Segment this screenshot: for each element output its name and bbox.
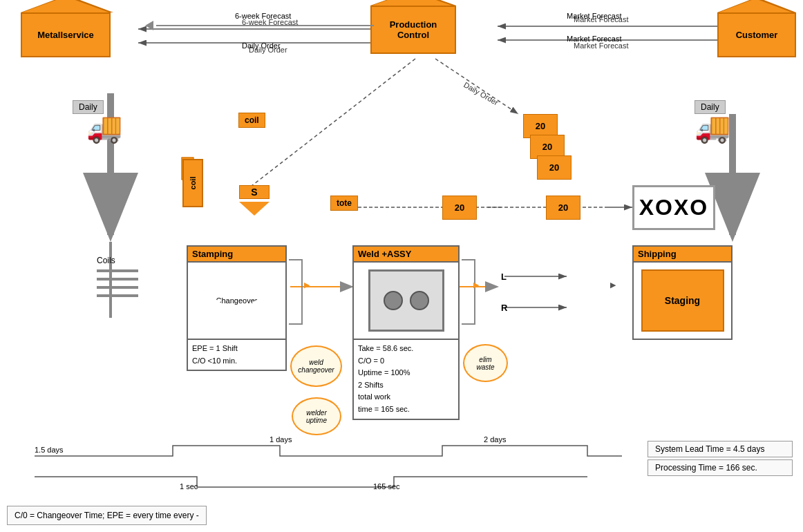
stamping-bracket [289, 259, 303, 325]
coils-label: Coils [97, 256, 115, 265]
kaizen-elim-waste-text: elim waste [476, 356, 494, 371]
changeover-text: Changeover [216, 296, 258, 305]
tote-text: tote [337, 198, 352, 208]
order-stack-area: 20 20 20 [523, 114, 558, 187]
changeover-burst: Changeover [202, 266, 272, 335]
kaizen-weld-changeover-text: weld changeover [298, 359, 334, 374]
inv20-right: 20 [546, 196, 580, 220]
weld-circle-2 [410, 291, 429, 310]
timeline-sec-2: 165 sec [373, 482, 400, 491]
inv20-mid-text: 20 [455, 202, 464, 213]
production-control-text: Production Control [390, 19, 437, 40]
daily-order-right-label: Daily Order [462, 80, 500, 106]
weld-machine [368, 269, 444, 332]
production-control-label: Production Control [370, 6, 456, 54]
staging-text: Staging [665, 295, 700, 306]
footnote-box: C/0 = Changeover Time; EPE = every time … [7, 506, 207, 525]
timeline-days-2: 1 days [270, 435, 292, 444]
tl-sec2-text: 165 sec [373, 482, 400, 491]
kaizen-welder-uptime: welder uptime [292, 397, 341, 435]
daily-order-left-arrow-label: Daily Order [242, 41, 281, 50]
shipping-process: Shipping Staging [632, 245, 733, 340]
stamping-header-text: Stamping [192, 249, 233, 259]
right-daily-label: Daily [695, 100, 726, 114]
coils-stack [97, 269, 138, 297]
weld-total: total work time = 165 sec. [358, 391, 454, 415]
push-arrow-label-3: ▶ [610, 281, 616, 289]
stamping-info: EPE = 1 Shift C/O <10 min. [188, 339, 285, 370]
metallservice-label: Metallservice [21, 12, 111, 57]
customer-factory: Customer [717, 12, 796, 57]
weld-header-text: Weld +ASSY [358, 249, 411, 259]
weld-circle-1 [384, 291, 403, 310]
customer-text: Customer [736, 30, 778, 40]
forecast-arrow-label: 6-week Forecast [235, 12, 291, 20]
processing-time-box: Processing Time = 166 sec. [648, 459, 793, 476]
coil-push-label: coil [238, 113, 265, 128]
xoxo-box: XOXO [632, 185, 715, 230]
staging-box: Staging [641, 269, 724, 332]
coil-push-text: coil [245, 115, 259, 125]
processing-time-text: Processing Time = 166 sec. [655, 463, 757, 473]
order-stack-1-text: 20 [536, 121, 545, 131]
stamping-header: Stamping [188, 247, 285, 263]
timeline-days-1: 1.5 days [35, 446, 64, 454]
kaizen-weld-changeover: weld changeover [290, 345, 342, 387]
weld-body [354, 263, 458, 339]
weld-info: Take = 58.6 sec. C/O = 0 Uptime = 100% 2… [354, 339, 458, 419]
customer-label: Customer [717, 12, 796, 57]
l-text: L [501, 272, 507, 282]
timeline-sec-1: 1 sec [180, 482, 198, 491]
r-text: R [501, 303, 507, 313]
system-lead-time-box: System Lead Time = 4.5 days [648, 441, 793, 457]
metallservice-factory: Metallservice [21, 12, 111, 57]
market-forecast-1-display: Market Forecast [567, 12, 621, 20]
system-lead-text: System Lead Time = 4.5 days [655, 444, 764, 454]
left-truck-area: Daily 🚚 [73, 100, 122, 144]
tl-sec1-text: 1 sec [180, 482, 198, 491]
tl-days1-text: 1.5 days [35, 446, 64, 454]
push-arrow-label-1: ▶ [304, 281, 310, 289]
push-triangle [239, 202, 270, 216]
kaizen-elim-waste: elim waste [463, 344, 508, 382]
metallservice-text: Metallservice [37, 30, 94, 40]
left-daily-label: Daily [73, 100, 104, 114]
kaizen-welder-uptime-text: welder uptime [306, 409, 327, 424]
inv20-right-text: 20 [558, 202, 568, 213]
coil-stack-text: coil [189, 177, 197, 190]
right-truck-icon: 🚚 [695, 111, 730, 144]
diagram: 6-week Forecast Daily Order Market Forec… [0, 0, 803, 532]
weld-uptime: Uptime = 100% [358, 367, 454, 379]
shipping-header: Shipping [634, 247, 731, 263]
weld-shifts: 2 Shifts [358, 379, 454, 392]
weld-co: C/O = 0 [358, 355, 454, 368]
push-s-box: S [239, 185, 270, 199]
daily-order-left-display: Daily Order [242, 41, 281, 50]
market-forecast-2-display: Market Forecast [567, 35, 621, 43]
weld-take: Take = 58.6 sec. [358, 343, 454, 355]
coils-text: Coils [97, 256, 115, 265]
stamping-process: Stamping Changeover EPE = 1 Shift C/O <1… [187, 245, 287, 371]
inv20-mid: 20 [442, 196, 477, 220]
stamping-co: C/O <10 min. [192, 355, 281, 368]
order-stack-3-text: 20 [549, 162, 559, 173]
left-truck-icon: 🚚 [86, 111, 122, 144]
left-daily-text: Daily [79, 102, 97, 112]
production-control-factory: Production Control [370, 6, 456, 54]
tl-days2-text: 1 days [270, 435, 292, 444]
forecast-text-display: 6-week Forecast [235, 12, 291, 20]
forecast-arrow-area [145, 21, 374, 30]
timeline-days-3: 2 days [484, 435, 506, 444]
shipping-header-text: Shipping [638, 249, 677, 259]
weld-bracket [462, 259, 475, 325]
order-stack-2-text: 20 [542, 142, 552, 152]
right-daily-text: Daily [701, 102, 719, 112]
weld-header: Weld +ASSY [354, 247, 458, 263]
shipping-body: Staging [634, 263, 731, 339]
xoxo-text: XOXO [639, 195, 708, 220]
weld-process: Weld +ASSY Take = 58.6 sec. C/O = 0 Upti… [352, 245, 460, 420]
stamping-body: Changeover [188, 263, 285, 339]
push-arrow-label-2: ▶ [473, 281, 479, 289]
market-forecast-2-arrow-label: Market Forecast [567, 35, 621, 43]
lr-label-l: L [501, 272, 507, 282]
